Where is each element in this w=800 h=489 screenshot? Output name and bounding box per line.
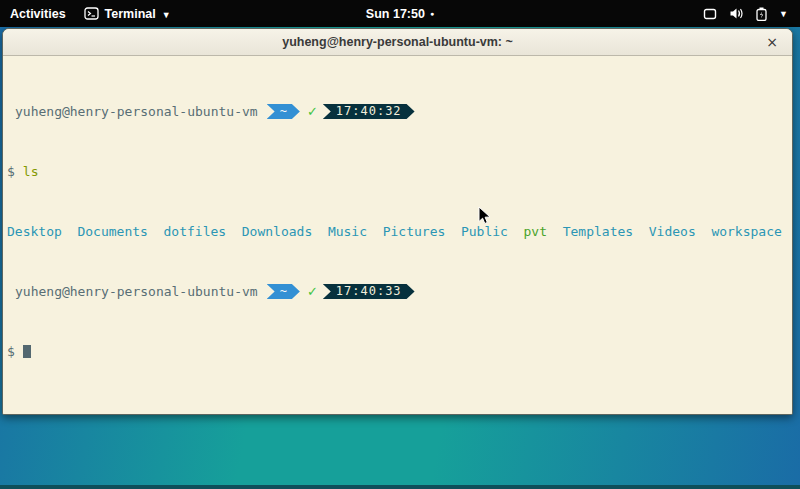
dir-entry: dotfiles	[164, 224, 227, 239]
prompt-cwd-tag: ~	[267, 284, 300, 299]
clock[interactable]: Sun 17:50	[366, 7, 425, 21]
terminal-icon	[84, 7, 99, 20]
prompt-user-host: yuheng@henry-personal-ubuntu-vm	[7, 104, 258, 119]
window-titlebar[interactable]: yuheng@henry-personal-ubuntu-vm: ~ ×	[3, 29, 792, 56]
prompt-time-tag: 17:40:32	[323, 104, 415, 119]
ls-output-line: Desktop Documents dotfiles Downloads Mus…	[7, 224, 792, 239]
command-line: $ ls	[7, 164, 792, 179]
prompt-symbol: $	[7, 164, 15, 179]
prompt-symbol: $	[7, 344, 15, 359]
screen-icon	[703, 8, 717, 20]
prompt-time-tag: 17:40:33	[323, 284, 415, 299]
chevron-down-icon: ▼	[779, 9, 788, 19]
terminal-window: yuheng@henry-personal-ubuntu-vm: ~ × yuh…	[2, 28, 793, 415]
app-menu-label: Terminal	[105, 7, 156, 21]
dir-entry: Videos	[649, 224, 696, 239]
window-title: yuheng@henry-personal-ubuntu-vm: ~	[282, 35, 513, 49]
prompt-status-check-icon: ✓	[307, 104, 318, 119]
gnome-top-bar: Activities Terminal ▼ Sun 17:50 ●	[0, 0, 800, 27]
dir-entry: Music	[328, 224, 367, 239]
system-status-area[interactable]: ▼	[703, 0, 792, 27]
dir-entry: Public	[461, 224, 508, 239]
desktop-bottom-edge	[0, 485, 800, 489]
command-line-current[interactable]: $	[7, 344, 792, 359]
prompt-line: yuheng@henry-personal-ubuntu-vm ~ ✓ 17:4…	[7, 104, 792, 119]
command-text: ls	[23, 164, 39, 179]
terminal-content[interactable]: yuheng@henry-personal-ubuntu-vm ~ ✓ 17:4…	[3, 56, 792, 415]
prompt-cwd-tag: ~	[267, 104, 300, 119]
prompt-user-host: yuheng@henry-personal-ubuntu-vm	[7, 284, 258, 299]
close-button[interactable]: ×	[762, 32, 782, 52]
dir-entry: Pictures	[383, 224, 446, 239]
dir-entry: workspace	[711, 224, 781, 239]
desktop-background[interactable]: yuheng@henry-personal-ubuntu-vm: ~ × yuh…	[0, 27, 800, 489]
chevron-down-icon: ▼	[162, 10, 171, 20]
dir-entry: pvt	[524, 224, 547, 239]
activities-button[interactable]: Activities	[10, 7, 66, 21]
dir-entry: Documents	[77, 224, 147, 239]
app-menu-terminal[interactable]: Terminal ▼	[84, 7, 171, 21]
prompt-status-check-icon: ✓	[307, 284, 318, 299]
dir-entry: Templates	[563, 224, 633, 239]
notification-dot: ●	[430, 10, 434, 17]
volume-icon	[729, 7, 744, 20]
dir-entry: Downloads	[242, 224, 312, 239]
desktop-screen: Activities Terminal ▼ Sun 17:50 ●	[0, 0, 800, 489]
terminal-cursor	[23, 345, 31, 358]
dir-entry: Desktop	[7, 224, 62, 239]
battery-charging-icon	[756, 7, 767, 21]
prompt-line: yuheng@henry-personal-ubuntu-vm ~ ✓ 17:4…	[7, 284, 792, 299]
